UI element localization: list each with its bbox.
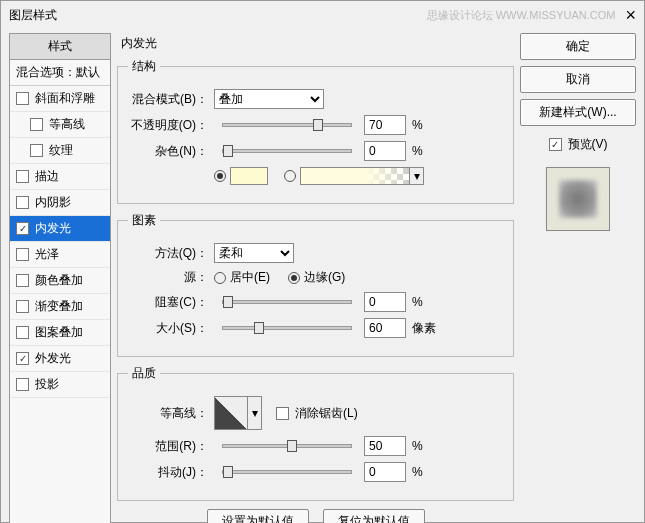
style-item-checkbox[interactable] <box>16 196 29 209</box>
choke-unit: % <box>412 295 423 309</box>
source-label: 源： <box>128 269 214 286</box>
noise-unit: % <box>412 144 423 158</box>
range-unit: % <box>412 439 423 453</box>
structure-legend: 结构 <box>128 58 160 75</box>
style-item-checkbox[interactable] <box>16 326 29 339</box>
style-item-7[interactable]: 颜色叠加 <box>10 268 110 294</box>
size-slider[interactable] <box>222 326 352 330</box>
titlebar: 图层样式 思缘设计论坛 WWW.MISSYUAN.COM × <box>1 1 644 29</box>
size-input[interactable] <box>364 318 406 338</box>
style-item-4[interactable]: 内阴影 <box>10 190 110 216</box>
style-item-checkbox[interactable] <box>16 300 29 313</box>
new-style-button[interactable]: 新建样式(W)... <box>520 99 636 126</box>
opacity-unit: % <box>412 118 423 132</box>
style-item-checkbox[interactable] <box>16 92 29 105</box>
settings-panel: 内发光 结构 混合模式(B)： 叠加 不透明度(O)： % 杂色(N)： <box>117 33 514 523</box>
style-item-checkbox[interactable] <box>30 118 43 131</box>
color-swatch[interactable] <box>230 167 268 185</box>
blend-options-default[interactable]: 混合选项：默认 <box>10 60 110 86</box>
style-item-label: 颜色叠加 <box>35 272 83 289</box>
gradient-dropdown[interactable]: ▾ <box>410 167 424 185</box>
preview-label: 预览(V) <box>568 136 608 153</box>
style-item-label: 描边 <box>35 168 59 185</box>
style-item-label: 光泽 <box>35 246 59 263</box>
style-item-8[interactable]: 渐变叠加 <box>10 294 110 320</box>
layer-style-dialog: 图层样式 思缘设计论坛 WWW.MISSYUAN.COM × 样式 混合选项：默… <box>0 0 645 523</box>
size-label: 大小(S)： <box>128 320 214 337</box>
style-item-6[interactable]: 光泽 <box>10 242 110 268</box>
dialog-title: 图层样式 <box>9 7 57 24</box>
blend-mode-select[interactable]: 叠加 <box>214 89 324 109</box>
close-icon[interactable]: × <box>625 5 636 26</box>
style-item-9[interactable]: 图案叠加 <box>10 320 110 346</box>
style-item-5[interactable]: 内发光 <box>10 216 110 242</box>
cancel-button[interactable]: 取消 <box>520 66 636 93</box>
range-slider[interactable] <box>222 444 352 448</box>
style-item-label: 渐变叠加 <box>35 298 83 315</box>
style-item-label: 外发光 <box>35 350 71 367</box>
source-center-radio[interactable] <box>214 272 226 284</box>
jitter-slider[interactable] <box>222 470 352 474</box>
jitter-unit: % <box>412 465 423 479</box>
style-item-checkbox[interactable] <box>16 274 29 287</box>
opacity-input[interactable] <box>364 115 406 135</box>
structure-group: 结构 混合模式(B)： 叠加 不透明度(O)： % 杂色(N)： % <box>117 58 514 204</box>
source-center-label: 居中(E) <box>230 269 270 286</box>
contour-picker[interactable] <box>214 396 248 430</box>
style-item-checkbox[interactable] <box>16 222 29 235</box>
style-item-label: 投影 <box>35 376 59 393</box>
style-item-checkbox[interactable] <box>30 144 43 157</box>
style-list-header: 样式 <box>10 34 110 60</box>
range-input[interactable] <box>364 436 406 456</box>
source-edge-label: 边缘(G) <box>304 269 345 286</box>
method-label: 方法(Q)： <box>128 245 214 262</box>
action-panel: 确定 取消 新建样式(W)... 预览(V) <box>520 33 636 523</box>
source-edge-radio[interactable] <box>288 272 300 284</box>
contour-dropdown[interactable]: ▾ <box>248 396 262 430</box>
range-label: 范围(R)： <box>128 438 214 455</box>
style-item-label: 等高线 <box>49 116 85 133</box>
set-default-button[interactable]: 设置为默认值 <box>207 509 309 523</box>
noise-input[interactable] <box>364 141 406 161</box>
style-item-label: 内发光 <box>35 220 71 237</box>
blend-mode-label: 混合模式(B)： <box>128 91 214 108</box>
style-item-2[interactable]: 纹理 <box>10 138 110 164</box>
style-item-label: 斜面和浮雕 <box>35 90 95 107</box>
ok-button[interactable]: 确定 <box>520 33 636 60</box>
style-list-panel: 样式 混合选项：默认 斜面和浮雕等高线纹理描边内阴影内发光光泽颜色叠加渐变叠加图… <box>9 33 111 523</box>
preview-swatch <box>546 167 610 231</box>
style-item-checkbox[interactable] <box>16 378 29 391</box>
choke-label: 阻塞(C)： <box>128 294 214 311</box>
gradient-radio[interactable] <box>284 170 296 182</box>
opacity-slider[interactable] <box>222 123 352 127</box>
style-item-checkbox[interactable] <box>16 170 29 183</box>
style-item-1[interactable]: 等高线 <box>10 112 110 138</box>
jitter-label: 抖动(J)： <box>128 464 214 481</box>
quality-legend: 品质 <box>128 365 160 382</box>
style-item-11[interactable]: 投影 <box>10 372 110 398</box>
method-select[interactable]: 柔和 <box>214 243 294 263</box>
elements-legend: 图素 <box>128 212 160 229</box>
contour-label: 等高线： <box>128 405 214 422</box>
preview-checkbox[interactable] <box>549 138 562 151</box>
elements-group: 图素 方法(Q)： 柔和 源： 居中(E) 边缘(G) 阻塞(C)： <box>117 212 514 357</box>
reset-default-button[interactable]: 复位为默认值 <box>323 509 425 523</box>
style-item-checkbox[interactable] <box>16 248 29 261</box>
size-unit: 像素 <box>412 320 436 337</box>
noise-slider[interactable] <box>222 149 352 153</box>
choke-slider[interactable] <box>222 300 352 304</box>
antialias-label: 消除锯齿(L) <box>295 405 358 422</box>
style-item-0[interactable]: 斜面和浮雕 <box>10 86 110 112</box>
choke-input[interactable] <box>364 292 406 312</box>
style-item-10[interactable]: 外发光 <box>10 346 110 372</box>
antialias-checkbox[interactable] <box>276 407 289 420</box>
jitter-input[interactable] <box>364 462 406 482</box>
style-item-checkbox[interactable] <box>16 352 29 365</box>
style-item-label: 内阴影 <box>35 194 71 211</box>
style-item-3[interactable]: 描边 <box>10 164 110 190</box>
color-radio[interactable] <box>214 170 226 182</box>
style-item-label: 纹理 <box>49 142 73 159</box>
gradient-swatch[interactable] <box>300 167 410 185</box>
style-item-label: 图案叠加 <box>35 324 83 341</box>
noise-label: 杂色(N)： <box>128 143 214 160</box>
